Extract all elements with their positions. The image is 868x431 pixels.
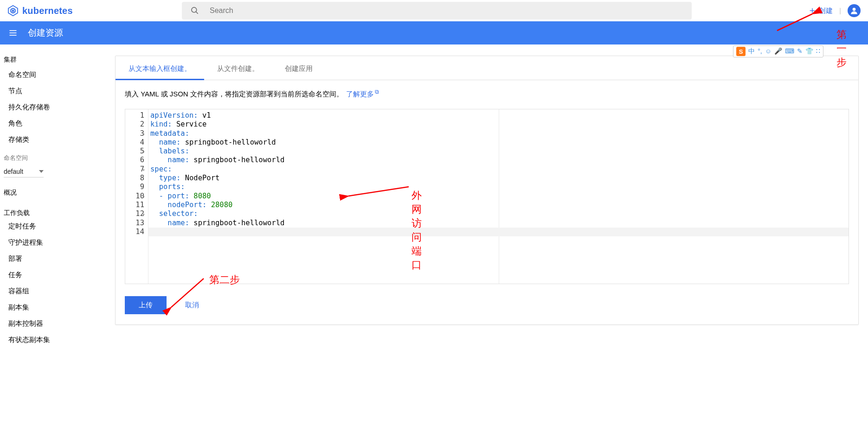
- search-input[interactable]: [209, 6, 683, 15]
- sidebar-item[interactable]: 持久化存储卷: [0, 99, 109, 115]
- sidebar-group-cluster[interactable]: 集群: [0, 53, 109, 67]
- description: 填入 YAML 或 JSON 文件内容，将指定资源部署到当前所选命名空间。 了解…: [125, 89, 849, 99]
- learn-more-link[interactable]: 了解更多⧉: [346, 90, 379, 98]
- sidebar-item[interactable]: 副本集: [0, 299, 109, 316]
- top-header: kubernetes 创建 |: [0, 0, 868, 21]
- kubernetes-icon: [7, 5, 19, 16]
- sidebar-item[interactable]: 角色: [0, 115, 109, 132]
- code-line[interactable]: name: springboot-helloworld: [150, 219, 846, 228]
- sidebar-item[interactable]: 部署: [0, 251, 109, 267]
- sidebar-item[interactable]: 定时任务: [0, 218, 109, 235]
- ime-item[interactable]: ⌨: [785, 47, 794, 56]
- sidebar-item[interactable]: 任务: [0, 267, 109, 283]
- tab-from-file[interactable]: 从文件创建。: [204, 56, 272, 80]
- code-line[interactable]: selector:: [150, 209, 846, 218]
- sidebar-workload-items: 定时任务守护进程集部署任务容器组副本集副本控制器有状态副本集: [0, 218, 109, 348]
- top-actions: 创建 |: [809, 0, 861, 21]
- code-line[interactable]: type: NodePort: [150, 174, 846, 183]
- ime-logo-icon: S: [736, 47, 746, 56]
- blue-toolbar: 创建资源: [0, 21, 868, 44]
- ime-item[interactable]: 🎤: [774, 47, 782, 56]
- gutter-line: 9: [125, 183, 144, 191]
- sidebar-item-overview[interactable]: 概况: [0, 184, 109, 198]
- sidebar-item[interactable]: 命名空间: [0, 67, 109, 83]
- ime-item[interactable]: 👕: [805, 47, 813, 56]
- svg-point-9: [192, 7, 197, 13]
- chevron-down-icon: [39, 170, 44, 173]
- code-line[interactable]: kind: Service: [150, 120, 846, 129]
- sidebar-item[interactable]: 守护进程集: [0, 235, 109, 251]
- code-line[interactable]: nodePort: 28080: [150, 201, 846, 209]
- hamburger-button[interactable]: [5, 25, 21, 41]
- separator: |: [839, 7, 841, 14]
- create-label: 创建: [819, 6, 833, 15]
- gutter-line: 3▸: [125, 129, 144, 138]
- sidebar-group-workloads[interactable]: 工作负载: [0, 204, 109, 218]
- fold-icon[interactable]: ▸: [139, 133, 148, 136]
- fold-icon[interactable]: ▸: [139, 169, 148, 171]
- gutter-line: 13: [125, 219, 144, 228]
- external-link-icon: ⧉: [375, 89, 379, 95]
- editor-active-line: [148, 228, 849, 236]
- hamburger-icon: [8, 28, 18, 38]
- sidebar-item[interactable]: 副本控制器: [0, 316, 109, 332]
- brand-text: kubernetes: [22, 6, 73, 16]
- ime-item[interactable]: °,: [758, 47, 762, 56]
- code-line[interactable]: name: springboot-helloworld: [150, 156, 846, 165]
- gutter-line: 12▸: [125, 209, 144, 218]
- tab-from-input[interactable]: 从文本输入框创建。: [116, 56, 204, 80]
- sidebar-item[interactable]: 存储类: [0, 132, 109, 148]
- brand-logo[interactable]: kubernetes: [7, 5, 73, 16]
- search-icon: [190, 6, 199, 15]
- fold-icon[interactable]: ▸: [139, 196, 148, 198]
- gutter-line: 10▸: [125, 192, 144, 201]
- sidebar-item[interactable]: 有状态副本集: [0, 332, 109, 348]
- cancel-button[interactable]: 取消: [182, 300, 202, 310]
- sidebar-item[interactable]: 容器组: [0, 283, 109, 299]
- ime-items: 中°,☺🎤⌨✎👕∷: [748, 47, 820, 56]
- plus-icon: [809, 7, 816, 14]
- namespace-select[interactable]: default: [4, 166, 44, 177]
- gutter-line: 14: [125, 228, 144, 236]
- sidebar-item[interactable]: 节点: [0, 83, 109, 99]
- body-container: 集群 命名空间节点持久化存储卷角色存储类 命名空间 default 概况 工作负…: [0, 44, 868, 362]
- create-button[interactable]: 创建: [809, 6, 833, 15]
- tab-create-app[interactable]: 创建应用: [272, 56, 326, 80]
- ime-item[interactable]: 中: [748, 47, 755, 56]
- sidebar-namespace-label: 命名空间: [0, 148, 109, 163]
- code-line[interactable]: spec:: [150, 165, 846, 174]
- search-box[interactable]: [182, 2, 692, 19]
- ime-item[interactable]: ∷: [816, 47, 820, 56]
- user-avatar[interactable]: [848, 4, 861, 17]
- gutter-line: 1: [125, 111, 144, 120]
- gutter-line: 7▸: [125, 165, 144, 174]
- sidebar-cluster-items: 命名空间节点持久化存储卷角色存储类: [0, 67, 109, 148]
- code-line[interactable]: - port: 8080: [150, 192, 846, 201]
- ime-item[interactable]: ☺: [765, 47, 772, 56]
- tab-panel: 填入 YAML 或 JSON 文件内容，将指定资源部署到当前所选命名空间。 了解…: [116, 80, 858, 324]
- code-line[interactable]: ports:: [150, 183, 846, 191]
- fold-icon[interactable]: ▸: [139, 214, 148, 216]
- description-text: 填入 YAML 或 JSON 文件内容，将指定资源部署到当前所选命名空间。: [125, 90, 343, 98]
- editor-code-area[interactable]: apiVersion: v1kind: Servicemetadata: nam…: [148, 109, 849, 284]
- action-bar: 上传 取消: [125, 296, 849, 314]
- code-line[interactable]: metadata:: [150, 129, 846, 138]
- page-title: 创建资源: [28, 27, 63, 39]
- ime-toolbar[interactable]: S 中°,☺🎤⌨✎👕∷: [733, 45, 823, 57]
- ime-item[interactable]: ✎: [797, 47, 803, 56]
- upload-button[interactable]: 上传: [125, 296, 167, 314]
- gutter-line: 5▸: [125, 147, 144, 156]
- code-line[interactable]: apiVersion: v1: [150, 111, 846, 120]
- gutter-line: 6: [125, 156, 144, 165]
- yaml-editor[interactable]: 123▸45▸67▸8910▸1112▸1314 apiVersion: v1k…: [125, 109, 849, 284]
- fold-icon[interactable]: ▸: [139, 151, 148, 154]
- tabs: 从文本输入框创建。 从文件创建。 创建应用: [116, 56, 858, 80]
- svg-line-8: [11, 9, 13, 11]
- gutter-line: 8: [125, 174, 144, 183]
- namespace-selected: default: [4, 168, 23, 175]
- code-line[interactable]: name: springboot-helloworld: [150, 138, 846, 147]
- create-card: 从文本输入框创建。 从文件创建。 创建应用 填入 YAML 或 JSON 文件内…: [115, 56, 859, 325]
- gutter-line: 11: [125, 201, 144, 209]
- svg-line-10: [196, 12, 198, 14]
- code-line[interactable]: labels:: [150, 147, 846, 156]
